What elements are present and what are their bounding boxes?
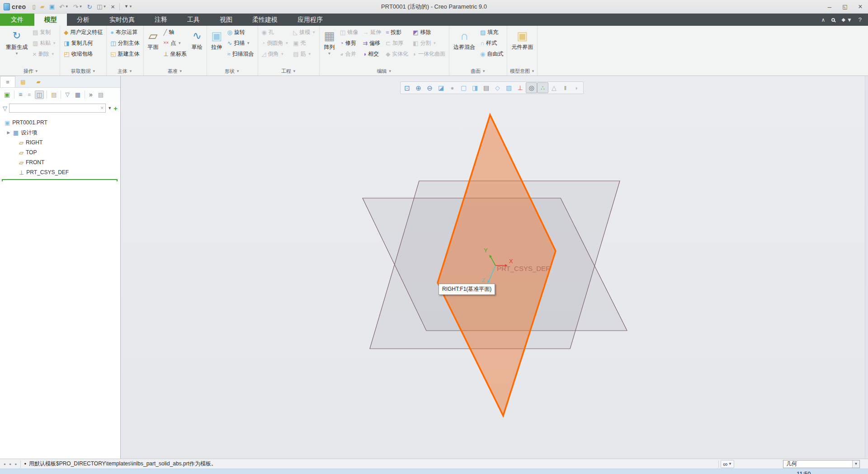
expander-icon[interactable]: ▶ xyxy=(6,130,11,135)
tab-实时仿真[interactable]: 实时仿真 xyxy=(99,14,145,26)
restore-button[interactable]: ◱ xyxy=(837,1,853,13)
canvas-scrollbar[interactable] xyxy=(865,76,868,459)
tab-模型[interactable]: 模型 xyxy=(34,14,67,26)
ribbon-button-阵列[interactable]: ▦阵列▼ xyxy=(321,27,338,56)
ribbon-button-复制几何[interactable]: ◨复制几何 xyxy=(61,38,105,48)
minimize-button[interactable]: – xyxy=(822,1,837,13)
browser-button[interactable]: ▪ xyxy=(7,461,13,467)
ribbon-button-投影[interactable]: ≈投影 xyxy=(383,27,410,38)
ribbon-button-样式[interactable]: ∩样式 xyxy=(478,38,505,48)
zoom-in-button[interactable]: ⊕ xyxy=(413,82,424,93)
learning-center-button[interactable]: ◆▼ xyxy=(841,17,852,23)
ribbon-group-label[interactable]: 编辑▼ xyxy=(321,67,448,76)
new-file-button[interactable]: ▯ xyxy=(31,3,38,10)
view-manager-button[interactable]: ▤ xyxy=(481,82,492,93)
tree-columns-button[interactable]: ◫ xyxy=(35,90,44,99)
chevron-down-icon[interactable]: ▼ xyxy=(728,462,732,466)
graphics-area[interactable]: XYZPRT_CSYS_DEF ⊡⊕⊖◪●▢◨▤◇▨⊥◎∴△‖◗ RIGHT:F… xyxy=(121,76,868,459)
ribbon-button-拉伸[interactable]: ▣拉伸 xyxy=(208,27,225,51)
save-button[interactable]: ▣ xyxy=(47,3,57,10)
tab-注释[interactable]: 注释 xyxy=(145,14,177,26)
tab-分析[interactable]: 分析 xyxy=(67,14,99,26)
layer-tab-button[interactable]: ▤ xyxy=(15,76,31,87)
expand-levels-button[interactable]: ≡ xyxy=(17,90,24,99)
ribbon-button-坐标系[interactable]: ⊥坐标系 xyxy=(161,48,189,59)
section-button[interactable]: ▨ xyxy=(503,82,514,93)
selection-filter-combo[interactable]: 几何 ▼ xyxy=(783,460,860,468)
ribbon-button-边界混合[interactable]: ∩边界混合 xyxy=(451,27,478,51)
ribbon-button-点[interactable]: ××点▼ xyxy=(161,38,189,48)
zoom-out-button[interactable]: ⊖ xyxy=(424,82,435,93)
ribbon-button-自由式[interactable]: ◉自由式 xyxy=(478,48,505,59)
customize-button[interactable]: ▼▼ xyxy=(123,4,134,9)
tab-视图[interactable]: 视图 xyxy=(210,14,242,26)
folder-tab-button[interactable]: ▰ xyxy=(31,76,46,87)
tree-item-PRT_CSYS_DEF[interactable]: ⊥PRT_CSYS_DEF xyxy=(0,167,120,177)
ribbon-button-用户定义特征[interactable]: ◆用户定义特征 xyxy=(61,27,105,38)
ribbon-button-扫描混合[interactable]: ≈扫描混合 xyxy=(225,48,256,59)
ribbon-button-平面[interactable]: ▱平面 xyxy=(145,27,161,51)
tree-search-field[interactable]: × xyxy=(9,104,106,113)
csys-label[interactable]: PRT_CSYS_DEF xyxy=(497,265,550,272)
collapse-levels-button[interactable]: ≡ xyxy=(26,91,32,98)
ribbon-button-修剪[interactable]: ◔修剪 xyxy=(338,38,360,48)
close-window-button[interactable]: × xyxy=(109,2,117,11)
ribbon-button-填充[interactable]: ▨填充 xyxy=(478,27,505,38)
tree-filter-button[interactable]: ▽ xyxy=(64,91,71,98)
filter-dropdown-icon[interactable]: ▼ xyxy=(108,106,112,110)
undo-button[interactable]: ↶▼ xyxy=(57,3,71,11)
saved-views-button[interactable]: ◨ xyxy=(469,82,481,93)
blank-box-button[interactable]: ▪ xyxy=(13,461,19,467)
tab-文件[interactable]: 文件 xyxy=(0,14,34,26)
ribbon-group-label[interactable]: 模型意图▼ xyxy=(509,67,536,76)
ribbon-button-偏移[interactable]: ⇉偏移 xyxy=(360,38,383,48)
pause-button[interactable]: ‖ xyxy=(560,82,571,93)
ribbon-group-label[interactable]: 工程▼ xyxy=(259,67,318,76)
ribbon-group-label[interactable]: 主体▼ xyxy=(108,67,142,76)
sim-warning-button[interactable]: △ xyxy=(548,82,560,93)
search-model-button[interactable]: ∞ ▼ xyxy=(721,460,734,468)
repaint-button[interactable]: ◪ xyxy=(435,82,447,93)
ribbon-button-收缩包络[interactable]: ◰收缩包络 xyxy=(61,48,105,59)
open-settings-button[interactable]: ▤ xyxy=(50,91,58,99)
tab-应用程序[interactable]: 应用程序 xyxy=(288,14,333,26)
tree-options-button[interactable]: ▤ xyxy=(97,91,105,99)
help-button[interactable]: ? xyxy=(859,17,862,23)
open-button[interactable]: ▰ xyxy=(38,3,47,10)
column-display-button[interactable]: ▦ xyxy=(74,91,82,99)
ribbon-button-旋转[interactable]: ◎旋转 xyxy=(225,27,256,38)
tree-item-PRT0001.PRT[interactable]: ▣PRT0001.PRT xyxy=(0,118,120,128)
tree-item-RIGHT[interactable]: ▱RIGHT xyxy=(0,137,120,147)
display-style-button[interactable]: ▢ xyxy=(458,82,469,93)
more-button[interactable]: » xyxy=(88,90,94,99)
ribbon-button-草绘[interactable]: ∿草绘 xyxy=(189,27,205,51)
datum-display-button[interactable]: ⊥ xyxy=(514,82,526,93)
tab-柔性建模[interactable]: 柔性建模 xyxy=(242,14,288,26)
ribbon-group-label[interactable]: 获取数据▼ xyxy=(61,67,105,76)
ribbon-button-扫描[interactable]: ∿扫描▼ xyxy=(225,38,256,48)
windows-button[interactable]: ◫▼ xyxy=(95,3,108,10)
tree-display-button[interactable]: ▣ xyxy=(3,90,11,99)
shading-style-button[interactable]: ● xyxy=(447,82,458,93)
ribbon-group-label[interactable]: 基准▼ xyxy=(145,67,205,76)
datum-planes-view[interactable]: XYZPRT_CSYS_DEF xyxy=(121,76,868,459)
tree-tab-button[interactable]: ≡ xyxy=(0,76,15,87)
resume-button[interactable]: ◗ xyxy=(571,82,582,93)
ribbon-button-相交[interactable]: ◑相交 xyxy=(360,48,383,59)
ribbon-button-布尔运算[interactable]: ●布尔运算 xyxy=(108,27,142,38)
collapse-ribbon-button[interactable]: ∧ xyxy=(821,17,826,23)
add-filter-icon[interactable]: + xyxy=(113,105,118,112)
ribbon-group-label[interactable]: 形状▼ xyxy=(208,67,256,76)
perspective-button[interactable]: ◇ xyxy=(492,82,503,93)
clear-search-icon[interactable]: × xyxy=(100,105,104,111)
tab-工具[interactable]: 工具 xyxy=(177,14,210,26)
zoom-fit-button[interactable]: ⊡ xyxy=(401,82,413,93)
ribbon-button-移除[interactable]: ◩移除 xyxy=(410,27,448,38)
tree-item-FRONT[interactable]: ▱FRONT xyxy=(0,157,120,167)
ribbon-button-分割主体[interactable]: ◫分割主体 xyxy=(108,38,142,48)
tree-item-TOP[interactable]: ▱TOP xyxy=(0,147,120,157)
ribbon-button-新建主体[interactable]: ◱新建主体 xyxy=(108,48,142,59)
qat-regenerate-button[interactable]: ↻ xyxy=(85,3,94,11)
nav-toggle-button[interactable]: ▪ xyxy=(2,461,7,467)
spin-center-button[interactable]: ∴ xyxy=(537,82,548,93)
